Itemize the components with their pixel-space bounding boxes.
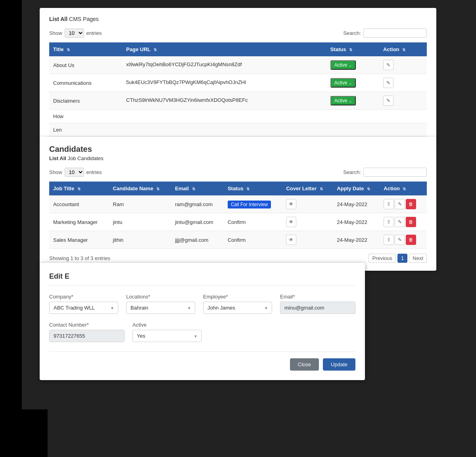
- sort-icon: ⇅: [349, 48, 352, 52]
- cms-search-box: Search:: [343, 29, 427, 38]
- upload-button[interactable]: ⇧: [384, 217, 394, 227]
- call-for-interview-badge: Call For Interview: [228, 201, 271, 208]
- cand-apply-date: 24-May-2022: [333, 213, 380, 231]
- prev-page-button[interactable]: Previous: [369, 254, 396, 263]
- company-select-wrapper: ABC Trading WLL: [49, 302, 118, 314]
- form-row-1: Company* ABC Trading WLL Locations* Bahr…: [49, 294, 355, 314]
- cms-controls-row: Show 10 25 50 entries Search:: [49, 29, 427, 38]
- cms-table: Title ⇅ Page URL ⇅ Status ⇅ Action ⇅ Abo…: [49, 42, 427, 137]
- candidates-controls-row: Show 10 25 50 entries Search:: [49, 168, 427, 177]
- cms-row-action: [379, 123, 427, 137]
- locations-select[interactable]: Bahrain: [126, 302, 195, 314]
- cand-status: Confirm: [224, 213, 282, 231]
- update-button[interactable]: Update: [323, 358, 355, 371]
- view-cover-letter-button[interactable]: 👁: [286, 217, 296, 227]
- cand-job-title: Accountant: [49, 195, 109, 213]
- edit-button[interactable]: ✎: [383, 96, 393, 106]
- col-action: Action ⇅: [380, 182, 427, 195]
- cand-job-title: Marketing Manager: [49, 213, 109, 231]
- candidates-table: Job Title ⇅ Candidate Name ⇅ Email ⇅ Sta…: [49, 182, 427, 249]
- edit-candidate-button[interactable]: ✎: [395, 199, 405, 209]
- employee-select-wrapper: John James: [203, 302, 272, 314]
- status-badge[interactable]: Active ⌄: [330, 78, 356, 88]
- delete-candidate-button[interactable]: 🗑: [406, 217, 416, 227]
- pagination-row: Showing 1 to 3 of 3 entries Previous 1 N…: [49, 254, 427, 263]
- table-row: AccountantRamram@gmail.comCall For Inter…: [49, 195, 427, 213]
- cand-cover-letter: 👁: [282, 231, 333, 249]
- cand-cover-letter: 👁: [282, 195, 333, 213]
- candidates-panel: Candidates List All Job Candidates Show …: [40, 137, 436, 271]
- candidates-table-header: Job Title ⇅ Candidate Name ⇅ Email ⇅ Sta…: [49, 182, 427, 195]
- cand-status: Call For Interview: [224, 195, 282, 213]
- cms-row-title: Len: [49, 123, 122, 137]
- next-page-button[interactable]: Next: [409, 254, 427, 263]
- cand-name: jintu: [109, 213, 171, 231]
- candidates-table-body: AccountantRamram@gmail.comCall For Inter…: [49, 195, 427, 249]
- cms-col-status: Status ⇅: [326, 42, 379, 56]
- confirm-status: Confirm: [228, 237, 246, 243]
- col-candidate-name: Candidate Name ⇅: [109, 182, 171, 195]
- cms-col-url: Page URL ⇅: [122, 42, 326, 56]
- edit-candidate-button[interactable]: ✎: [395, 217, 405, 227]
- cms-row-title: How: [49, 110, 122, 123]
- upload-button[interactable]: ⇧: [384, 199, 394, 209]
- cms-row-url: [122, 123, 326, 137]
- contact-label: Contact Number*: [49, 322, 125, 328]
- close-button[interactable]: Close: [290, 358, 319, 371]
- table-row: How: [49, 110, 427, 123]
- cms-row-url: 5uk4EUc3V9FYTbBQz7PWgKM6qCajfAipvhOJnZHl: [122, 74, 326, 92]
- company-field: Company* ABC Trading WLL: [49, 294, 118, 314]
- employee-label: Employee*: [203, 294, 272, 300]
- contact-input[interactable]: [49, 330, 125, 342]
- pagination: Previous 1 Next: [369, 254, 427, 263]
- cms-row-title: Disclaimers: [49, 92, 122, 110]
- cms-row-status: [326, 110, 379, 123]
- delete-candidate-button[interactable]: 🗑: [406, 235, 416, 245]
- confirm-status: Confirm: [228, 219, 246, 225]
- cms-col-action: Action ⇅: [379, 42, 427, 56]
- cand-job-title: Sales Manager: [49, 231, 109, 249]
- cms-row-status: [326, 123, 379, 137]
- edit-button[interactable]: ✎: [383, 60, 393, 70]
- candidates-search-input[interactable]: [363, 168, 427, 177]
- employee-field: Employee* John James: [203, 294, 272, 314]
- contact-field: Contact Number*: [49, 322, 125, 342]
- cms-table-body: About Usxl9wkRy7tqOehBo6YCDjFG2JTucpKI4g…: [49, 56, 427, 137]
- cms-col-title: Title ⇅: [49, 42, 122, 56]
- cand-email: jjjj@gmail.com: [171, 231, 224, 249]
- placeholder-field-1: [209, 322, 278, 342]
- candidates-title: Candidates: [49, 145, 427, 154]
- cms-row-url: xl9wkRy7tqOehBo6YCDjFG2JTucpKI4gMNsn8Zdf: [122, 56, 326, 74]
- candidates-entries-select[interactable]: 10 25 50: [65, 168, 84, 177]
- active-select[interactable]: Yes No: [132, 330, 202, 342]
- page-1-button[interactable]: 1: [397, 254, 407, 263]
- cand-cover-letter: 👁: [282, 213, 333, 231]
- locations-label: Locations*: [126, 294, 195, 300]
- company-select[interactable]: ABC Trading WLL: [49, 302, 118, 314]
- delete-candidate-button[interactable]: 🗑: [406, 199, 416, 209]
- sort-icon: ⇅: [67, 48, 70, 52]
- cms-row-title: Communications: [49, 74, 122, 92]
- email-input[interactable]: [280, 302, 355, 314]
- sort-icon: ⇅: [156, 187, 159, 191]
- col-cover-letter: Cover Letter ⇅: [282, 182, 333, 195]
- status-badge[interactable]: Active ⌄: [330, 96, 356, 105]
- view-cover-letter-button[interactable]: 👁: [286, 199, 296, 209]
- sort-icon: ⇅: [320, 187, 323, 191]
- cms-row-action: ✎: [379, 92, 427, 110]
- page-wrapper: List All CMS Pages Show 10 25 50 entries…: [40, 8, 436, 380]
- cms-search-input[interactable]: [363, 29, 427, 38]
- status-badge[interactable]: Active ⌄: [330, 60, 356, 70]
- cms-entries-select[interactable]: 10 25 50: [65, 29, 84, 38]
- view-cover-letter-button[interactable]: 👁: [286, 235, 296, 245]
- edit-button[interactable]: ✎: [383, 78, 393, 88]
- table-row: Communications5uk4EUc3V9FYTbBQz7PWgKM6qC…: [49, 74, 427, 92]
- cand-email: jintu@gmail.com: [171, 213, 224, 231]
- employee-select[interactable]: John James: [203, 302, 272, 314]
- upload-button[interactable]: ⇧: [384, 235, 394, 245]
- cms-row-title: About Us: [49, 56, 122, 74]
- edit-candidate-button[interactable]: ✎: [395, 235, 405, 245]
- cms-table-header: Title ⇅ Page URL ⇅ Status ⇅ Action ⇅: [49, 42, 427, 56]
- sort-icon: ⇅: [77, 187, 81, 191]
- cand-apply-date: 24-May-2022: [333, 231, 380, 249]
